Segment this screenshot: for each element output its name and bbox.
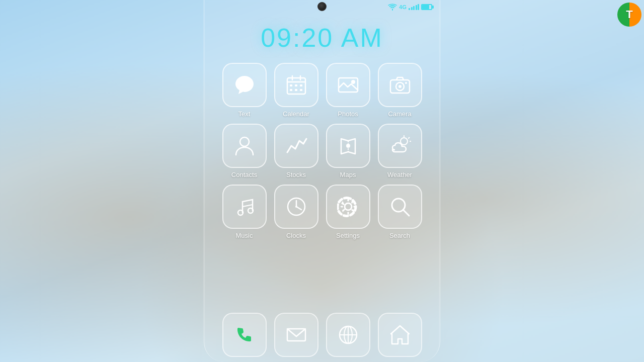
maps-icon[interactable]	[326, 124, 370, 168]
calendar-label: Calendar	[283, 110, 309, 118]
clock-face-icon	[285, 196, 307, 218]
text-label: Text	[238, 110, 251, 118]
house-icon	[389, 324, 411, 346]
home-icon-box[interactable]	[378, 313, 422, 357]
person-icon	[233, 135, 256, 157]
app-music[interactable]: Music	[221, 185, 267, 239]
stocks-label: Stocks	[286, 171, 306, 178]
clock-time: 09:20 AM	[204, 23, 440, 53]
app-contacts[interactable]: Contacts	[221, 124, 267, 178]
svg-rect-6	[300, 84, 302, 86]
contacts-label: Contacts	[231, 171, 257, 178]
svg-point-15	[405, 82, 407, 84]
map-pin-icon	[337, 135, 359, 157]
music-label: Music	[236, 232, 253, 239]
svg-rect-5	[295, 84, 297, 86]
magnify-icon	[389, 196, 411, 218]
camera-icon[interactable]	[378, 63, 422, 107]
app-weather[interactable]: Weather	[377, 124, 423, 178]
cloud-sun-icon	[389, 135, 411, 157]
search-icon-box[interactable]	[378, 185, 422, 229]
network-type: 4G	[399, 4, 407, 10]
photos-icon[interactable]	[326, 63, 370, 107]
app-clocks[interactable]: Clocks	[273, 185, 319, 239]
svg-point-31	[345, 203, 352, 210]
app-text[interactable]: Text	[221, 63, 267, 118]
svg-point-11	[351, 80, 355, 84]
svg-point-14	[398, 85, 401, 88]
text-icon[interactable]	[222, 63, 267, 107]
svg-rect-7	[290, 89, 292, 91]
phone-handset-icon	[233, 324, 256, 346]
dock-home[interactable]	[377, 313, 423, 357]
svg-line-23	[243, 205, 253, 207]
globe-icon	[337, 324, 359, 346]
svg-line-21	[409, 138, 410, 139]
svg-rect-8	[295, 89, 297, 91]
calendar-grid-icon	[285, 74, 307, 96]
clocks-label: Clocks	[286, 232, 306, 239]
settings-icon[interactable]	[326, 185, 370, 229]
dock-phone[interactable]	[221, 313, 267, 357]
calendar-icon[interactable]	[274, 63, 318, 107]
music-icon[interactable]	[222, 185, 267, 229]
search-label: Search	[389, 232, 410, 239]
app-camera[interactable]: Camera	[377, 63, 423, 118]
svg-line-33	[403, 210, 409, 216]
wifi-icon	[388, 4, 397, 11]
app-calendar[interactable]: Calendar	[273, 63, 319, 118]
camera-body-icon	[389, 74, 411, 96]
app-grid: Text Calendar	[216, 63, 428, 239]
dock-safari[interactable]	[325, 313, 371, 357]
time-display: 09:20 AM	[204, 23, 440, 53]
weather-label: Weather	[387, 171, 412, 178]
envelope-icon	[285, 324, 307, 346]
photos-label: Photos	[338, 110, 358, 118]
camera-label: Camera	[388, 110, 411, 118]
gear-icon	[337, 196, 359, 218]
app-search[interactable]: Search	[377, 185, 423, 239]
svg-point-29	[295, 206, 297, 208]
app-settings[interactable]: Settings	[325, 185, 371, 239]
camera-dot	[317, 2, 327, 11]
maps-label: Maps	[340, 171, 356, 178]
app-photos[interactable]: Photos	[325, 63, 371, 118]
photos-landscape-icon	[337, 74, 359, 96]
mail-icon-box[interactable]	[274, 313, 318, 357]
svg-point-18	[346, 144, 350, 148]
contacts-icon[interactable]	[222, 124, 267, 168]
status-bar: 4G	[204, 0, 440, 14]
settings-label: Settings	[336, 232, 360, 239]
svg-rect-9	[300, 89, 302, 91]
phone-icon-box[interactable]	[222, 313, 267, 357]
status-indicators: 4G	[388, 4, 432, 11]
dock	[216, 313, 428, 362]
phone-frame: 4G 09:20 AM Tex	[204, 0, 440, 362]
music-note-icon	[233, 196, 256, 218]
clocks-icon[interactable]	[274, 185, 318, 229]
svg-point-16	[240, 137, 249, 146]
weather-icon[interactable]	[378, 124, 422, 168]
dock-mail[interactable]	[273, 313, 319, 357]
signal-bars	[409, 4, 419, 10]
chat-bubble-icon	[233, 74, 256, 96]
svg-rect-4	[290, 84, 292, 86]
stocks-icon[interactable]	[274, 124, 318, 168]
chart-line-icon	[285, 135, 307, 157]
app-maps[interactable]: Maps	[325, 124, 371, 178]
battery-indicator	[421, 4, 432, 10]
globe-icon-box[interactable]	[326, 313, 370, 357]
app-stocks[interactable]: Stocks	[273, 124, 319, 178]
brand-logo: T	[617, 3, 641, 27]
